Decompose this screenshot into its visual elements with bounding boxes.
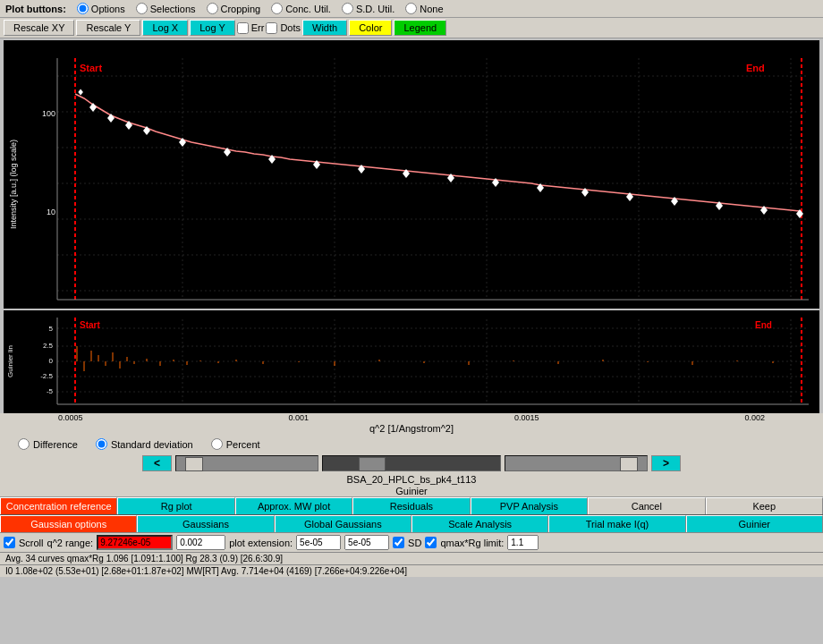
res-std-radio[interactable] bbox=[96, 438, 107, 450]
bottom-btn-row1: Concentration reference Rg plot Approx. … bbox=[0, 496, 823, 514]
opt-selections-radio[interactable] bbox=[136, 3, 148, 14]
toolbar-row: Rescale XY Rescale Y Log X Log Y Err Dot… bbox=[0, 18, 823, 38]
svg-text:100: 100 bbox=[42, 109, 55, 118]
res-diff-radio[interactable] bbox=[18, 438, 30, 450]
x-axis-label-row: q^2 [1/Angstrom^2] bbox=[0, 422, 823, 435]
qmax-rg-checkbox[interactable] bbox=[425, 537, 437, 548]
qmax-rg-label: qmax*Rg limit: bbox=[440, 538, 504, 548]
slider-right-button[interactable]: > bbox=[651, 455, 681, 471]
svg-marker-19 bbox=[78, 89, 83, 96]
slider-row: < > bbox=[0, 453, 823, 473]
res-pct-radio[interactable] bbox=[211, 438, 223, 450]
opt-none-label[interactable]: None bbox=[405, 3, 443, 14]
slider-track-right[interactable] bbox=[505, 455, 648, 471]
svg-text:End: End bbox=[746, 63, 765, 73]
stats-text-1: Avg. 34 curves qmax*Rg 1.096 [1.091:1.10… bbox=[5, 554, 283, 564]
plot-ext-label: plot extension: bbox=[229, 538, 293, 548]
svg-text:10: 10 bbox=[47, 208, 55, 216]
guinier-header-label: Guinier bbox=[395, 486, 427, 496]
legend-button[interactable]: Legend bbox=[394, 20, 446, 36]
pvp-analysis-button[interactable]: PVP Analysis bbox=[471, 497, 588, 514]
opt-sd-label[interactable]: S.D. Util. bbox=[342, 3, 395, 14]
opt-cropping-label[interactable]: Cropping bbox=[207, 3, 261, 14]
res-diff-label[interactable]: Difference bbox=[18, 438, 78, 450]
opt-conc-label[interactable]: Conc. Util. bbox=[271, 3, 331, 14]
global-gaussians-button[interactable]: Global Gaussians bbox=[275, 515, 412, 532]
dots-checkbox-item: Dots bbox=[266, 22, 301, 34]
svg-text:Intensity [a.u.] (log scale): Intensity [a.u.] (log scale) bbox=[9, 140, 18, 229]
gaussians-button[interactable]: Gaussians bbox=[137, 515, 274, 532]
svg-marker-20 bbox=[89, 103, 97, 112]
sd-label: SD bbox=[408, 538, 421, 548]
color-button[interactable]: Color bbox=[349, 20, 392, 36]
slider-track-center[interactable] bbox=[322, 455, 501, 471]
slider-thumb-right[interactable] bbox=[620, 457, 638, 471]
log-x-button[interactable]: Log X bbox=[142, 20, 188, 36]
keep-button[interactable]: Keep bbox=[706, 497, 823, 514]
cancel-button[interactable]: Cancel bbox=[588, 497, 705, 514]
concentration-ref-button[interactable]: Concentration reference bbox=[0, 497, 117, 514]
plot-ext1-input[interactable] bbox=[296, 535, 341, 550]
trial-make-button[interactable]: Trial make I(q) bbox=[548, 515, 685, 532]
svg-text:5: 5 bbox=[49, 325, 54, 333]
log-y-button[interactable]: Log Y bbox=[190, 20, 235, 36]
svg-marker-21 bbox=[107, 114, 115, 123]
x-tick-0015: 0.0015 bbox=[514, 413, 539, 422]
opt-selections-label[interactable]: Selections bbox=[136, 3, 196, 14]
stats-row-2: I0 1.08e+02 (5.53e+01) [2.68e+01:1.87e+0… bbox=[0, 564, 823, 577]
slider-left-button[interactable]: < bbox=[142, 455, 172, 471]
x-tick-001: 0.001 bbox=[288, 413, 309, 422]
opt-options-radio[interactable] bbox=[77, 3, 89, 14]
guinier-button[interactable]: Guinier bbox=[686, 515, 823, 532]
main-plot-wrapper: Intensity [a.u.] (log scale) 100 10 Star… bbox=[4, 40, 819, 309]
slider-track-left[interactable] bbox=[175, 455, 318, 471]
rescale-y-button[interactable]: Rescale Y bbox=[76, 20, 140, 36]
svg-text:0: 0 bbox=[49, 357, 54, 365]
sd-checkbox[interactable] bbox=[393, 537, 404, 548]
err-checkbox-item: Err bbox=[237, 22, 265, 34]
res-pct-label[interactable]: Percent bbox=[211, 438, 260, 450]
svg-text:-5: -5 bbox=[47, 387, 54, 395]
svg-text:2.5: 2.5 bbox=[43, 342, 54, 350]
plot-ext2-input[interactable] bbox=[344, 535, 389, 550]
res-std-label[interactable]: Standard deviation bbox=[96, 438, 193, 450]
range-start-input[interactable] bbox=[97, 535, 173, 550]
q2-range-label: q^2 range: bbox=[47, 538, 94, 548]
rg-plot-button[interactable]: Rg plot bbox=[117, 497, 234, 514]
plot-buttons-label: Plot buttons: bbox=[5, 4, 66, 14]
opt-conc-radio[interactable] bbox=[271, 3, 283, 14]
plot-buttons-row: Plot buttons: Options Selections Croppin… bbox=[0, 0, 823, 18]
guinier-plot-wrapper: 5 2.5 0 -2.5 -5 Guinier lin Start End bbox=[4, 310, 819, 413]
opt-cropping-radio[interactable] bbox=[207, 3, 218, 14]
err-checkbox[interactable] bbox=[237, 22, 249, 34]
opt-none-radio[interactable] bbox=[405, 3, 417, 14]
opt-options-label[interactable]: Options bbox=[77, 3, 125, 14]
scroll-checkbox[interactable] bbox=[4, 537, 15, 548]
residuals-button[interactable]: Residuals bbox=[352, 497, 470, 514]
svg-text:Guinier lin: Guinier lin bbox=[6, 345, 14, 377]
stats-row-1: Avg. 34 curves qmax*Rg 1.096 [1.091:1.10… bbox=[0, 552, 823, 564]
rescale-xy-button[interactable]: Rescale XY bbox=[4, 20, 74, 36]
width-button[interactable]: Width bbox=[302, 20, 347, 36]
scale-analysis-button[interactable]: Scale Analysis bbox=[412, 515, 548, 532]
gaussian-options-button[interactable]: Gaussian options bbox=[0, 515, 137, 532]
svg-text:Start: Start bbox=[80, 63, 102, 73]
bsa-label: BSA_20_HPLC_bs_pk4_t113 bbox=[347, 474, 477, 485]
main-plot-svg: Intensity [a.u.] (log scale) 100 10 Star… bbox=[4, 40, 819, 309]
guinier-header: Guinier bbox=[0, 486, 823, 496]
x-tick-002: 0.002 bbox=[744, 413, 765, 422]
svg-text:End: End bbox=[755, 320, 772, 330]
x-tick-0005: 0.0005 bbox=[58, 413, 83, 422]
opt-sd-radio[interactable] bbox=[342, 3, 353, 14]
dots-checkbox[interactable] bbox=[266, 22, 277, 34]
qmax-rg-value-input[interactable] bbox=[507, 535, 539, 550]
residuals-row: Difference Standard deviation Percent bbox=[0, 435, 823, 453]
slider-thumb-center[interactable] bbox=[359, 457, 386, 471]
x-axis-ticks: 0.0005 0.001 0.0015 0.002 bbox=[0, 413, 823, 422]
slider-thumb-left[interactable] bbox=[185, 457, 203, 471]
bottom-btn-row2: Gaussian options Gaussians Global Gaussi… bbox=[0, 514, 823, 532]
range-end-input[interactable] bbox=[176, 535, 225, 550]
approx-mw-button[interactable]: Approx. MW plot bbox=[235, 497, 352, 514]
x-axis-label: q^2 [1/Angstrom^2] bbox=[369, 423, 454, 434]
scroll-label: Scroll bbox=[19, 538, 44, 548]
